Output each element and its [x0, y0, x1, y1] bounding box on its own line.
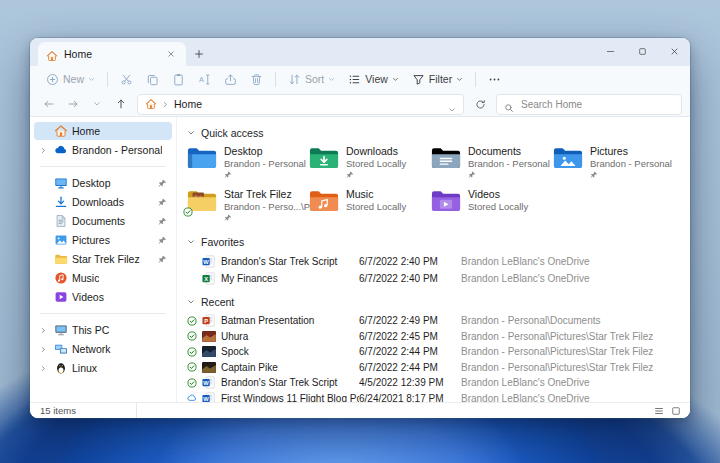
sync-status-icon — [187, 393, 202, 402]
folder-documents-icon — [431, 146, 461, 171]
rename-button[interactable]: A — [192, 68, 217, 90]
sidebar-item-linux[interactable]: Linux — [34, 359, 172, 377]
maximize-button[interactable] — [626, 38, 658, 64]
sidebar-item-network[interactable]: Network — [34, 340, 172, 358]
more-options-button[interactable] — [482, 68, 507, 90]
sidebar-item-label: Desktop — [72, 177, 111, 189]
quick-access-tile-music[interactable]: MusicStored Locally — [309, 187, 431, 225]
details-view-icon[interactable] — [654, 406, 664, 416]
desktop-wallpaper: Home New A — [0, 0, 720, 463]
sort-button[interactable]: Sort — [282, 68, 341, 90]
quick-access-tile-star-trek-filez[interactable]: Star Trek FilezBrandon - Perso...\Pictur… — [187, 187, 309, 225]
search-input[interactable] — [519, 98, 674, 111]
chevron-right-icon[interactable] — [40, 345, 50, 353]
sidebar-item-star-trek-filez[interactable]: Star Trek Filez — [34, 250, 172, 268]
quick-access-tile-pictures[interactable]: PicturesBrandon - Personal — [553, 144, 675, 182]
refresh-button[interactable] — [470, 94, 490, 114]
file-row-first-windows-11-flight-blog-post[interactable]: WFirst Windows 11 Flight Blog Post6/24/2… — [187, 391, 690, 403]
sidebar-item-label: Star Trek Filez — [72, 253, 140, 265]
sidebar-item-documents[interactable]: Documents — [34, 212, 172, 230]
pin-icon — [158, 236, 167, 245]
sidebar-item-this-pc[interactable]: This PC — [34, 321, 172, 339]
file-row-brandon-s-star-trek-script[interactable]: WBrandon's Star Trek Script6/7/2022 2:40… — [187, 253, 690, 270]
photo-spock-icon — [202, 346, 221, 357]
section-label: Quick access — [201, 127, 263, 139]
sidebar-item-downloads[interactable]: Downloads — [34, 193, 172, 211]
photo-uhura-icon — [202, 331, 221, 342]
cut-button[interactable] — [114, 68, 139, 90]
section-favorites-header[interactable]: Favorites — [187, 234, 690, 249]
new-button-label: New — [63, 73, 84, 85]
quick-access-tile-documents[interactable]: DocumentsBrandon - Personal — [431, 144, 553, 182]
sidebar-item-brandon-personal[interactable]: Brandon - Personal — [34, 141, 172, 159]
chevron-down-icon — [187, 298, 195, 306]
tab-home[interactable]: Home — [38, 42, 186, 66]
rename-icon: A — [198, 73, 211, 86]
view-button[interactable]: View — [342, 68, 405, 90]
toolbar-separator — [475, 72, 476, 87]
pictures-sb-icon — [54, 233, 68, 247]
word-icon: W — [202, 255, 221, 268]
file-row-uhura[interactable]: Uhura6/7/2022 2:45 PMBrandon - Personal\… — [187, 329, 690, 345]
file-row-my-finances[interactable]: XMy Finances6/7/2022 2:40 PMBrandon LeBl… — [187, 270, 690, 287]
photo-pike-icon — [202, 362, 221, 373]
new-tab-button[interactable] — [186, 42, 212, 66]
quick-access-grid: DesktopBrandon - PersonalDownloadsStored… — [187, 144, 683, 225]
tab-close-icon[interactable] — [164, 47, 178, 61]
search-box[interactable] — [496, 94, 682, 115]
search-icon — [504, 99, 514, 109]
sidebar-item-music[interactable]: Music — [34, 269, 172, 287]
sidebar-item-pictures[interactable]: Pictures — [34, 231, 172, 249]
close-button[interactable] — [658, 38, 690, 64]
tile-name: Star Trek Filez — [224, 188, 309, 201]
tile-name: Videos — [468, 188, 528, 201]
file-row-captain-pike[interactable]: Captain Pike6/7/2022 2:44 PMBrandon - Pe… — [187, 360, 690, 376]
new-button[interactable]: New — [40, 68, 101, 90]
file-row-spock[interactable]: Spock6/7/2022 2:44 PMBrandon - Personal\… — [187, 344, 690, 360]
sidebar-item-desktop[interactable]: Desktop — [34, 174, 172, 192]
chevron-spacer — [40, 198, 50, 206]
toolbar-separator — [275, 72, 276, 87]
forward-button[interactable] — [62, 94, 83, 114]
large-icons-view-icon[interactable] — [671, 406, 681, 416]
copy-button[interactable] — [140, 68, 165, 90]
chevron-right-icon[interactable] — [40, 146, 50, 154]
paste-button[interactable] — [166, 68, 191, 90]
pin-icon — [468, 171, 476, 179]
chevron-right-icon[interactable] — [40, 364, 50, 372]
quick-access-tile-videos[interactable]: VideosStored Locally — [431, 187, 553, 225]
back-button[interactable] — [38, 94, 59, 114]
file-location: Brandon LeBlanc's OneDrive — [461, 273, 590, 284]
sidebar-item-label: Music — [72, 272, 99, 284]
folder-downloads-icon — [309, 146, 339, 171]
sidebar-divider — [40, 166, 166, 167]
chevron-down-icon[interactable] — [448, 100, 456, 108]
file-location: Brandon LeBlanc's OneDrive — [461, 256, 590, 267]
file-location: Brandon - Personal\Documents — [461, 315, 601, 326]
sync-status-icon — [187, 331, 202, 341]
sidebar-item-home[interactable]: Home — [34, 122, 172, 140]
filter-button[interactable]: Filter — [406, 68, 469, 90]
share-button[interactable] — [218, 68, 243, 90]
chevron-right-icon[interactable] — [40, 326, 50, 334]
history-chevron-button[interactable] — [86, 94, 107, 114]
sidebar-item-videos[interactable]: Videos — [34, 288, 172, 306]
file-row-batman-presentation[interactable]: PBatman Presentation6/7/2022 2:49 PMBran… — [187, 313, 690, 329]
delete-button[interactable] — [244, 68, 269, 90]
file-row-brandon-s-star-trek-script[interactable]: WBrandon's Star Trek Script4/5/2022 12:3… — [187, 375, 690, 391]
tile-name: Desktop — [224, 145, 306, 158]
minimize-button[interactable] — [594, 38, 626, 64]
quick-access-tile-desktop[interactable]: DesktopBrandon - Personal — [187, 144, 309, 182]
pin-icon — [158, 217, 167, 226]
sidebar-item-label: This PC — [72, 324, 109, 336]
section-recent-header[interactable]: Recent — [187, 294, 690, 309]
pin-icon — [158, 198, 167, 207]
plus-circle-icon — [46, 73, 59, 86]
quick-access-tile-downloads[interactable]: DownloadsStored Locally — [309, 144, 431, 182]
tile-subtitle: Brandon - Personal — [590, 158, 672, 169]
tab-strip: Home — [30, 38, 690, 66]
up-button[interactable] — [110, 94, 131, 114]
section-quick-access-header[interactable]: Quick access — [187, 125, 690, 140]
items-count: 15 items — [30, 403, 137, 418]
breadcrumb[interactable]: Home — [137, 94, 464, 115]
